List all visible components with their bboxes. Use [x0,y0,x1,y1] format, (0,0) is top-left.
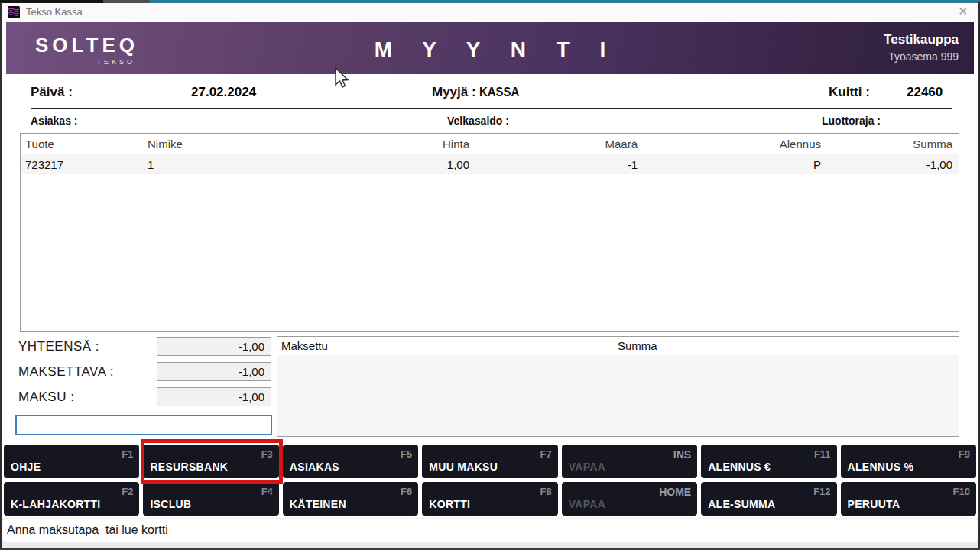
fkey-label: F5 [401,448,412,460]
receipt-label: Kuitti : [829,85,870,100]
fkey-label: F6 [401,486,412,497]
payment-value: -1,00 [157,387,271,406]
button-isclub[interactable]: F4 ISCLUB [143,482,278,516]
payment-entry-wrap [15,415,272,435]
customer-label: Asiakas : [31,115,77,127]
date-label: Päivä : [31,85,73,100]
payment-entry-input[interactable] [15,415,272,435]
total-label: YHTEENSÄ : [18,339,99,354]
titlebar: Tekso Kassa ✕ [2,3,978,21]
cell-hinta: 1,00 [348,158,474,171]
app-icon [8,6,20,18]
button-resursbank[interactable]: F3 RESURSBANK [143,445,278,478]
cashier-field: Myyjä : KASSA [432,85,525,100]
sale-info-row: Päivä : 27.02.2024 Myyjä : KASSA Kuitti … [0,85,980,102]
date-value: 27.02.2024 [191,85,256,100]
store-info: Testikauppa Työasema 999 [884,32,959,63]
cell-nimike: 1 [143,158,348,171]
customer-info-row: Asiakas : Velkasaldo : Luottoraja : [0,115,980,128]
cashier-value: KASSA [479,85,519,100]
receipt-number: 22460 [907,85,943,100]
debt-balance-label: Velkasaldo : [447,115,509,127]
button-k-lahjakortti[interactable]: F2 K-LAHJAKORTTI [4,482,139,516]
fkey-label: F4 [261,486,273,497]
button-ohje[interactable]: F1 OHJE [4,445,139,478]
button-alennus-euro[interactable]: F11 ALENNUS € [701,445,836,478]
fkey-label: F2 [122,486,133,497]
fkey-label: F8 [540,486,552,497]
items-table-header: Tuote Nimike Hinta Määrä Alennus Summa [21,134,959,154]
col-alennus: Alennus [642,138,826,150]
total-value: -1,00 [157,337,271,356]
cell-tuote: 723217 [21,158,143,171]
fkey-label: F9 [959,448,970,460]
fkey-label: F1 [122,448,133,460]
button-ale-summa[interactable]: F12 ALE-SUMMA [701,482,836,516]
function-button-grid: F1 OHJE F3 RESURSBANK F5 ASIAKAS F7 MUU … [4,445,976,516]
payable-label: MAKSETTAVA : [18,364,114,380]
fkey-label: F12 [813,486,830,497]
col-maara: Määrä [474,138,642,150]
payment-label: MAKSU : [18,390,74,405]
close-icon[interactable]: ✕ [955,5,971,18]
cell-summa: -1,00 [826,158,957,171]
sum-header: Summa [618,339,657,352]
cell-alennus: P [642,158,826,171]
payable-value: -1,00 [157,362,271,381]
store-name: Testikauppa [884,32,959,47]
button-kateinen[interactable]: F6 KÄTEINEN [283,482,418,516]
button-vapaa-home: HOME VAPAA [562,482,697,516]
payments-list [277,355,959,436]
table-row[interactable]: 723217 1 1,00 -1 P -1,00 [21,154,959,174]
col-tuote: Tuote [21,138,143,150]
info-divider [31,108,952,109]
workstation-label: Työasema 999 [884,50,959,63]
app-header: SOLTEQ TEKSO M Y Y N T I Testikauppa Työ… [6,22,974,74]
status-message: Anna maksutapa tai lue kortti [7,523,168,537]
col-hinta: Hinta [348,138,474,150]
page-title: M Y Y N T I [6,37,974,62]
button-peruuta[interactable]: F10 PERUUTA [841,482,976,516]
pos-window: Tekso Kassa ✕ SOLTEQ TEKSO M Y Y N T I T… [0,0,980,550]
button-vapaa-ins: INS VAPAA [562,445,697,478]
fkey-label: F7 [540,448,552,460]
credit-limit-label: Luottoraja : [822,115,881,127]
payments-header: Maksettu Summa [277,337,959,355]
button-alennus-prosentti[interactable]: F9 ALENNUS % [841,445,976,478]
fkey-label: F10 [953,486,970,497]
paid-header: Maksettu [281,339,328,352]
fkey-label: F11 [814,448,831,460]
cashier-label: Myyjä : [432,85,476,99]
status-bar: Anna maksutapa tai lue kortti [2,519,978,542]
fkey-label: INS [673,448,691,461]
cell-maara: -1 [474,158,642,171]
fkey-label: F3 [261,448,273,460]
window-title: Tekso Kassa [26,6,83,18]
button-asiakas[interactable]: F5 ASIAKAS [283,445,418,478]
items-table: Tuote Nimike Hinta Määrä Alennus Summa 7… [20,133,959,332]
button-kortti[interactable]: F8 KORTTI [422,482,557,516]
status-strip: Anna maksutapa tai lue kortti [2,518,978,548]
col-nimike: Nimike [143,138,348,150]
col-summa: Summa [826,138,957,150]
button-muu-maksu[interactable]: F7 MUU MAKSU [422,445,557,478]
text-caret [21,418,21,432]
payments-panel: Maksettu Summa [277,336,959,437]
fkey-label: HOME [659,486,691,498]
